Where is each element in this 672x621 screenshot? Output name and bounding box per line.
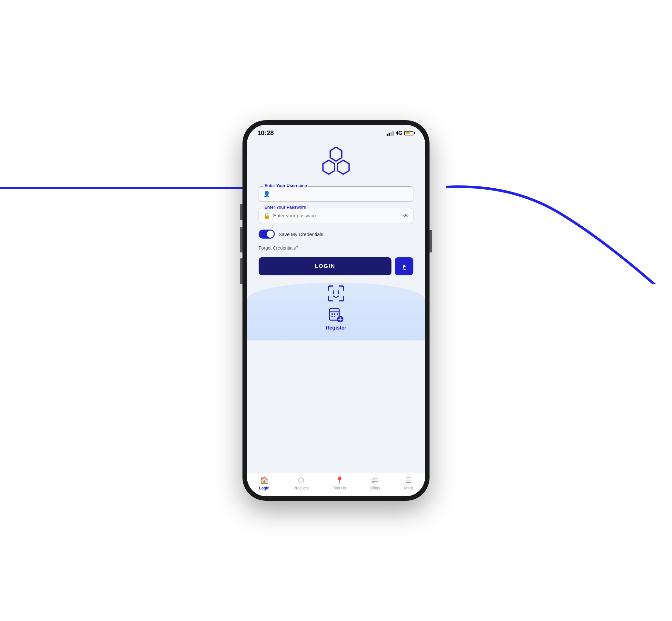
username-field-group: Enter Your Username 👤 — [259, 187, 413, 202]
nav-label-offers: Offers — [370, 486, 380, 490]
bg-line-curve — [446, 90, 672, 284]
bottom-nav: 🏠 Login ⬡ Products 📍 Find Us 🏷 Offers — [247, 473, 425, 496]
password-label: Enter Your Password — [263, 205, 308, 210]
password-field-group: Enter Your Password 🔒 👁 — [259, 208, 413, 223]
register-label: Register — [326, 325, 346, 331]
mute-button — [240, 204, 243, 220]
status-time: 10:28 — [257, 129, 274, 137]
forgot-credentials-link[interactable]: Forgot Credentials? — [259, 245, 413, 251]
more-icon: ☰ — [405, 476, 412, 485]
login-button[interactable]: LOGIN — [259, 257, 391, 275]
svg-rect-4 — [332, 314, 333, 315]
status-bar: 10:28 4G — [247, 125, 425, 139]
nav-item-find-us[interactable]: 📍 Find Us — [332, 476, 346, 490]
action-buttons-row: LOGIN ع — [259, 257, 413, 275]
nav-item-products[interactable]: ⬡ Products — [293, 476, 308, 490]
battery-icon — [404, 131, 415, 135]
nav-label-login: Login — [259, 486, 269, 490]
screen-content: Enter Your Username 👤 Enter Your Passwor… — [247, 139, 425, 473]
logo-area — [318, 146, 354, 175]
lock-icon: 🔒 — [263, 212, 270, 219]
status-icons: 4G — [387, 130, 415, 136]
power-button — [429, 230, 432, 252]
save-credentials-label: Save My Credentials — [279, 232, 323, 237]
save-credentials-row: Save My Credentials — [259, 230, 413, 239]
register-svg — [328, 307, 344, 323]
nav-label-more: More — [404, 486, 413, 490]
forgot-label: Forgot Credentials? — [259, 245, 298, 251]
bottom-section: Register — [259, 279, 413, 334]
nav-item-login[interactable]: 🏠 Login — [259, 476, 269, 490]
home-icon: 🏠 — [260, 476, 268, 485]
username-label: Enter Your Username — [263, 183, 308, 188]
nav-item-offers[interactable]: 🏷 Offers — [370, 476, 380, 490]
phone-screen: 10:28 4G — [247, 125, 425, 496]
save-credentials-toggle[interactable] — [259, 230, 275, 239]
offers-icon: 🏷 — [372, 476, 379, 485]
volume-up-button — [240, 227, 243, 252]
products-icon: ⬡ — [298, 476, 304, 485]
language-button[interactable]: ع — [395, 257, 413, 275]
face-id-svg — [327, 284, 345, 302]
svg-rect-7 — [332, 316, 333, 317]
eye-icon[interactable]: 👁 — [403, 212, 409, 219]
bg-line-horizontal — [0, 187, 264, 189]
phone-frame: 10:28 4G — [243, 120, 429, 501]
svg-rect-6 — [337, 314, 338, 315]
phone-mockup: 10:28 4G — [243, 120, 429, 501]
user-icon: 👤 — [263, 191, 270, 198]
signal-icon — [387, 131, 394, 136]
form-area: Enter Your Username 👤 Enter Your Passwor… — [259, 187, 413, 275]
nav-item-more[interactable]: ☰ More — [404, 476, 413, 490]
toggle-knob — [267, 231, 274, 238]
app-logo — [318, 146, 354, 175]
register-icon[interactable] — [327, 306, 345, 324]
network-label: 4G — [396, 130, 403, 136]
nav-label-products: Products — [293, 486, 308, 490]
svg-rect-8 — [334, 316, 335, 317]
password-input[interactable] — [259, 208, 413, 223]
username-input[interactable] — [259, 187, 413, 202]
face-id-icon[interactable] — [326, 284, 346, 303]
volume-down-button — [240, 258, 243, 284]
location-icon: 📍 — [335, 476, 344, 485]
svg-rect-5 — [334, 314, 335, 315]
nav-label-find-us: Find Us — [332, 486, 346, 490]
